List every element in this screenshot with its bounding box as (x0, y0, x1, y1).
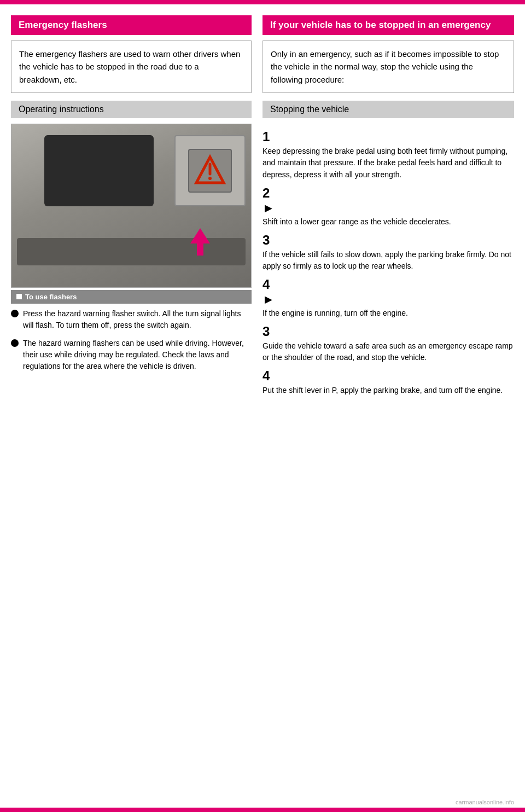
step-number-2: 2 (262, 185, 514, 201)
step-desc-1: Keep depressing the brake pedal using bo… (262, 146, 514, 181)
bullet-item-2: The hazard warning flashers can be used … (11, 338, 252, 372)
step-number-4: 4 (262, 277, 514, 292)
step-number-4b: 4 (262, 368, 514, 384)
top-bar (0, 0, 525, 4)
emergency-flashers-header: Emergency flashers (11, 15, 252, 35)
hazard-button-popup (174, 135, 246, 206)
stopping-vehicle-header: Stopping the vehicle (262, 101, 514, 118)
hazard-button (188, 149, 232, 193)
step-3b: 3 Guide the vehicle toward a safe area s… (262, 324, 514, 364)
step-desc-4b: Put the shift lever in P, apply the park… (262, 385, 514, 397)
emergency-stop-header: If your vehicle has to be stopped in an … (262, 15, 514, 35)
step-arrow-4: ▶ (265, 293, 514, 305)
footer-watermark: carmanualsonline.info (456, 799, 514, 805)
svg-point-2 (208, 177, 212, 180)
flashers-info-box: The emergency flashers are used to warn … (11, 40, 252, 93)
left-column: Emergency flashers The emergency flasher… (11, 15, 252, 401)
right-column: If your vehicle has to be stopped in an … (262, 15, 514, 401)
bottom-bar (0, 808, 525, 812)
flashers-info-text: The emergency flashers are used to warn … (19, 49, 240, 84)
step-desc-4: If the engine is running, turn off the e… (262, 308, 514, 320)
dashboard-screen (44, 135, 154, 206)
bullet-item-1: Press the hazard warning flasher switch.… (11, 308, 252, 331)
step-1: 1 Keep depressing the brake pedal using … (262, 129, 514, 181)
step-3: 3 If the vehicle still fails to slow dow… (262, 233, 514, 272)
step-4b: 4 Put the shift lever in P, apply the pa… (262, 368, 514, 397)
operating-instructions-header: Operating instructions (11, 101, 252, 118)
bullet-circle-1 (11, 310, 19, 317)
sub-section-label-text: To use flashers (25, 293, 77, 301)
hazard-triangle-icon (194, 154, 226, 187)
step-number-3b: 3 (262, 324, 514, 339)
emergency-info-box: Only in an emergency, such as if it beco… (262, 40, 514, 93)
steps-container: 1 Keep depressing the brake pedal using … (262, 129, 514, 397)
step-2: 2 ▶ Shift into a lower gear range as the… (262, 185, 514, 228)
emergency-info-text: Only in an emergency, such as if it beco… (271, 49, 499, 84)
small-square-icon (16, 294, 22, 299)
dashboard-vent-area (17, 238, 246, 265)
step-desc-2: Shift into a lower gear range as the veh… (262, 216, 514, 228)
bullet-text-2: The hazard warning flashers can be used … (23, 338, 252, 372)
bullet-circle-2 (11, 339, 19, 347)
step-4: 4 ▶ If the engine is running, turn off t… (262, 277, 514, 320)
dashboard-image (11, 124, 252, 288)
pink-arrow-icon (190, 228, 210, 257)
step-desc-3b: Guide the vehicle toward a safe area suc… (262, 340, 514, 364)
step-arrow-2: ▶ (265, 202, 514, 214)
bullet-text-1: Press the hazard warning flasher switch.… (23, 308, 252, 331)
step-number-3: 3 (262, 233, 514, 248)
step-desc-3: If the vehicle still fails to slow down,… (262, 249, 514, 272)
dashboard-bg (11, 124, 251, 287)
svg-marker-3 (190, 228, 210, 256)
sub-section-label: To use flashers (11, 290, 252, 304)
step-number-1: 1 (262, 129, 514, 144)
